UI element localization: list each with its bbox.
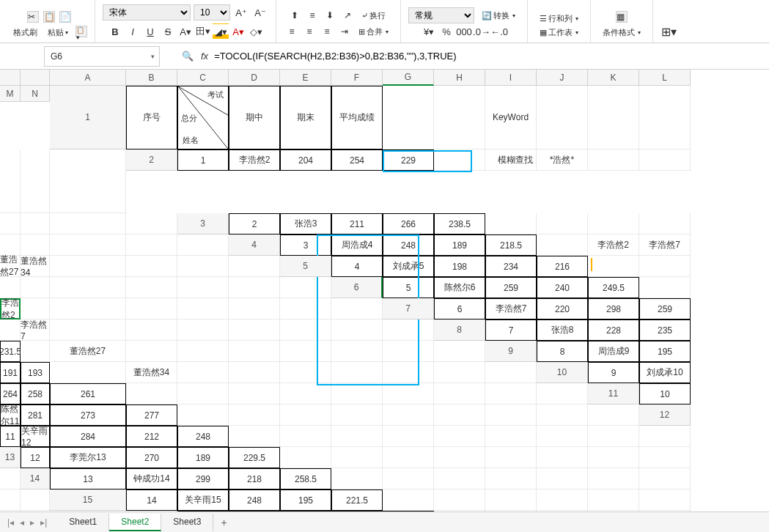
cell[interactable] (383, 447, 434, 468)
cell[interactable] (434, 447, 485, 468)
cell-seq[interactable]: 3 (280, 234, 331, 256)
cell[interactable] (21, 149, 50, 213)
cell[interactable] (21, 341, 50, 362)
result-cell[interactable]: 董浩然27 (50, 341, 126, 362)
cell[interactable] (588, 256, 639, 277)
cell[interactable] (177, 404, 229, 426)
cell[interactable] (331, 468, 383, 489)
cell[interactable] (639, 256, 691, 277)
cell[interactable] (331, 319, 383, 341)
cell[interactable] (229, 362, 280, 383)
cell[interactable] (50, 362, 126, 383)
cell[interactable] (126, 319, 177, 341)
cell[interactable] (21, 277, 50, 298)
increase-font-icon[interactable]: A⁺ (233, 4, 249, 21)
increase-decimal-icon[interactable]: .0→ (474, 23, 490, 40)
cell-seq[interactable]: 7 (485, 319, 537, 341)
cell[interactable] (331, 298, 383, 319)
cell[interactable] (126, 298, 177, 319)
cell-avg[interactable]: 277 (126, 404, 177, 426)
cell[interactable] (331, 447, 383, 468)
select-all-corner[interactable] (0, 70, 21, 86)
cell[interactable] (229, 298, 280, 319)
cell[interactable] (537, 86, 588, 149)
tab-nav-next-icon[interactable]: ▸ (29, 516, 36, 529)
cell[interactable] (126, 234, 177, 256)
cell-name[interactable]: 刘成承10 (639, 362, 691, 383)
worksheet-button[interactable]: ▦工作表▾ (535, 26, 583, 40)
tab-nav-first-icon[interactable]: |◂ (6, 516, 15, 529)
cell-name[interactable]: 李莞尔13 (50, 447, 126, 468)
row-header-5[interactable]: 5 (280, 256, 331, 277)
cell-name[interactable]: 陈然尔6 (434, 277, 485, 298)
row-header-12[interactable]: 12 (639, 404, 691, 426)
search-keyword[interactable]: *浩然* (537, 149, 588, 171)
row-header-6[interactable]: 6 (331, 277, 383, 298)
cell[interactable] (639, 277, 691, 298)
cell[interactable] (0, 213, 21, 234)
cell-fin[interactable]: 266 (383, 213, 434, 234)
result-h[interactable]: 李浩然2 (588, 234, 639, 256)
cell-fin[interactable]: 189 (434, 234, 485, 256)
header-mid[interactable]: 期中 (229, 86, 280, 149)
cell[interactable] (21, 213, 50, 234)
col-header-D[interactable]: D (229, 70, 280, 86)
align-top-icon[interactable]: ⬆ (287, 7, 303, 23)
row-header-9[interactable]: 9 (485, 341, 537, 362)
cell-mid[interactable]: 281 (21, 404, 50, 426)
tab-nav-prev-icon[interactable]: ◂ (18, 516, 26, 529)
cell[interactable] (280, 341, 331, 362)
cell-name[interactable]: 李浩然7 (485, 298, 537, 319)
cell[interactable] (229, 404, 280, 426)
cell-name[interactable]: 李浩然2 (229, 149, 280, 171)
cell-name[interactable]: 关辛雨15 (177, 489, 229, 511)
cell-fin[interactable]: 195 (280, 489, 331, 511)
cell-seq[interactable]: 2 (229, 213, 280, 234)
cell[interactable] (485, 213, 537, 234)
cell[interactable] (588, 149, 639, 171)
cell[interactable] (639, 149, 691, 171)
cell[interactable] (639, 447, 691, 468)
cell-fin[interactable]: 191 (0, 362, 21, 383)
row-header-1[interactable]: 1 (50, 86, 126, 149)
cell[interactable] (177, 341, 229, 362)
cell[interactable] (383, 86, 434, 149)
cell[interactable] (383, 404, 434, 426)
row-header-2[interactable]: 2 (126, 149, 177, 171)
cell[interactable] (588, 468, 639, 489)
align-middle-icon[interactable]: ≡ (304, 7, 320, 23)
cell[interactable] (331, 341, 383, 362)
cell-mid[interactable]: 204 (280, 149, 331, 171)
cell-mid[interactable]: 220 (537, 298, 588, 319)
cell[interactable] (280, 298, 331, 319)
clipboard-icon[interactable]: 📋▾ (76, 26, 87, 37)
cell-mid[interactable]: 228 (588, 319, 639, 341)
cell-fin[interactable]: 235 (639, 319, 691, 341)
cell[interactable] (177, 256, 229, 277)
cell[interactable] (126, 383, 177, 404)
cell[interactable] (280, 426, 331, 447)
cell[interactable] (485, 489, 537, 511)
cell[interactable] (537, 426, 588, 447)
cell-mid[interactable]: 259 (485, 277, 537, 298)
cell-seq[interactable]: 6 (434, 298, 485, 319)
currency-icon[interactable]: ¥▾ (421, 23, 437, 40)
cell[interactable] (383, 383, 434, 404)
cell[interactable] (434, 86, 485, 149)
col-header-K[interactable]: K (588, 70, 639, 86)
cell-avg[interactable]: 216 (537, 256, 588, 277)
cell[interactable] (229, 426, 280, 447)
cell[interactable] (280, 447, 331, 468)
tab-nav-last-icon[interactable]: ▸| (39, 516, 48, 529)
decrease-decimal-icon[interactable]: ←.0 (491, 23, 507, 40)
col-header-A[interactable]: A (50, 70, 126, 86)
cell-fin[interactable]: 189 (177, 447, 229, 468)
row-header-7[interactable]: 7 (383, 298, 434, 319)
cell[interactable] (50, 319, 126, 341)
align-left-icon[interactable]: ≡ (284, 23, 300, 40)
cell-name[interactable]: 张浩3 (280, 213, 331, 234)
cell[interactable] (21, 234, 50, 256)
cell-mid[interactable]: 211 (331, 213, 383, 234)
cell-mid[interactable]: 299 (177, 468, 229, 489)
cell[interactable] (21, 489, 50, 511)
